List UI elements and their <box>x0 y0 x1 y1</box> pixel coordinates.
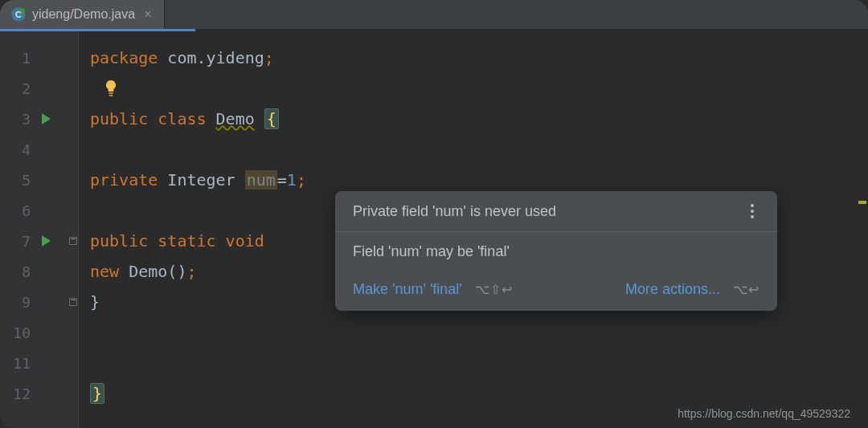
line-number[interactable]: 7 <box>0 233 39 250</box>
keyword: package <box>90 48 158 67</box>
package-name: com.yideng <box>167 48 264 67</box>
keyword: class <box>158 109 206 128</box>
keyword: private <box>90 170 158 190</box>
line-number[interactable]: 12 <box>0 385 39 402</box>
line-number[interactable]: 5 <box>0 172 39 189</box>
svg-rect-4 <box>109 95 113 96</box>
scrollbar[interactable] <box>857 63 868 428</box>
fold-icon[interactable] <box>69 237 77 245</box>
line-number[interactable]: 3 <box>0 111 39 128</box>
code-line[interactable] <box>90 134 868 165</box>
line-number[interactable]: 6 <box>0 202 39 219</box>
tab-title: yideng/Demo.java <box>32 7 135 22</box>
watermark: https://blog.csdn.net/qq_49529322 <box>678 407 850 420</box>
line-number[interactable]: 8 <box>0 263 39 280</box>
semicolon: ; <box>297 170 306 190</box>
constructor-call: Demo <box>129 262 167 281</box>
line-number[interactable]: 2 <box>0 80 39 97</box>
fold-icon[interactable] <box>69 298 77 306</box>
gutter: 1 2 3 4 5 6 7 8 9 10 11 12 <box>0 31 79 428</box>
brace: { <box>264 108 279 129</box>
semicolon: ; <box>186 262 196 281</box>
keyword: new <box>90 262 119 281</box>
line-number[interactable]: 10 <box>0 324 39 341</box>
line-number[interactable]: 1 <box>0 50 39 67</box>
keyword: public <box>90 109 148 128</box>
inspection-message: Field 'num' may be 'final' <box>353 243 510 260</box>
semicolon: ; <box>264 48 274 67</box>
warning-stripe-icon[interactable] <box>858 201 866 204</box>
code-line[interactable] <box>90 348 868 378</box>
keyword: static <box>158 231 215 251</box>
inspection-popup: Private field 'num' is never used Field … <box>335 191 777 311</box>
close-icon[interactable]: × <box>141 8 154 21</box>
svg-text:C: C <box>15 10 22 19</box>
shortcut-hint: ⌥↩ <box>733 282 760 297</box>
class-name: Demo <box>216 109 255 128</box>
type: Integer <box>167 170 235 190</box>
quick-fix-link[interactable]: Make 'num' 'final' <box>353 281 462 298</box>
keyword: void <box>226 231 264 251</box>
run-gutter-icon[interactable] <box>42 113 51 124</box>
code-line[interactable]: } <box>90 378 868 409</box>
code-line[interactable] <box>90 73 868 104</box>
bulb-icon[interactable] <box>103 79 119 98</box>
number-literal: 1 <box>287 170 297 190</box>
field-name: num <box>245 170 277 190</box>
tab-bar: C yideng/Demo.java × <box>0 0 868 29</box>
brace: } <box>90 383 104 404</box>
shortcut-hint: ⌥⇧↩ <box>475 282 513 297</box>
inspection-actions: Make 'num' 'final' ⌥⇧↩ More actions... ⌥… <box>335 271 777 311</box>
keyword: public <box>90 231 148 251</box>
svg-rect-3 <box>108 92 113 94</box>
inspection-message-row: Private field 'num' is never used <box>335 191 777 232</box>
code-line[interactable]: package com.yideng; <box>90 43 868 73</box>
kebab-menu-icon[interactable] <box>745 202 760 220</box>
code-line[interactable]: public class Demo { <box>90 104 868 134</box>
inspection-message-row: Field 'num' may be 'final' <box>335 232 777 271</box>
line-number[interactable]: 4 <box>0 141 39 158</box>
inspection-message: Private field 'num' is never used <box>353 203 556 220</box>
line-number[interactable]: 11 <box>0 355 39 372</box>
more-actions-link[interactable]: More actions... <box>625 281 720 298</box>
operator: = <box>277 170 287 190</box>
editor-tab[interactable]: C yideng/Demo.java × <box>0 0 165 29</box>
java-class-icon: C <box>11 7 26 22</box>
code-line[interactable] <box>90 317 868 348</box>
run-gutter-icon[interactable] <box>42 235 51 247</box>
parens: () <box>167 262 186 281</box>
brace: } <box>90 292 100 312</box>
line-number[interactable]: 9 <box>0 294 39 311</box>
